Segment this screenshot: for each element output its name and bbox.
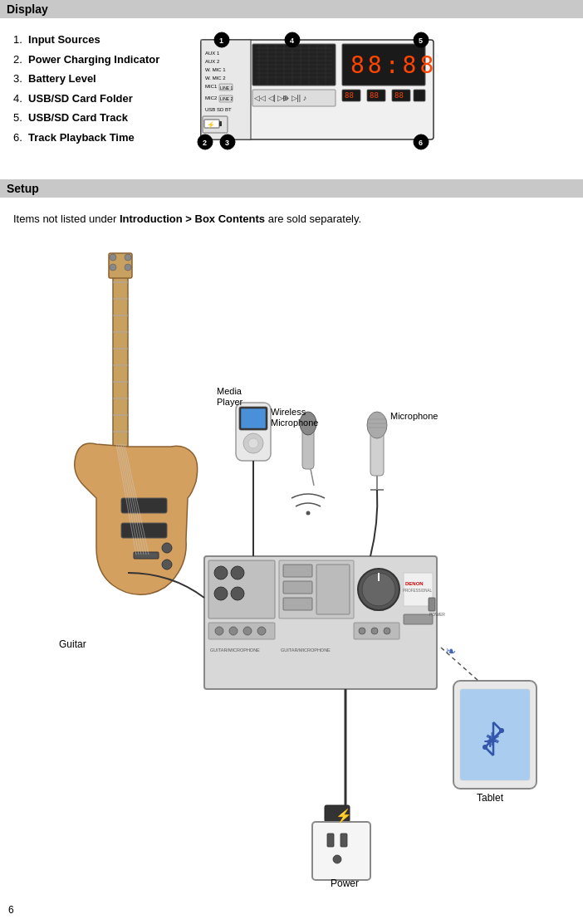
wireless-mic-label: Wireless [271,407,306,417]
display-section-header: Display [0,0,583,18]
svg-text:88:88: 88:88 [350,51,437,79]
list-item-3: 3. Battery Level [13,71,159,87]
list-item-6: 6. Track Playback Time [13,130,159,146]
svg-text:⊕ ▷|| ♪: ⊕ ▷|| ♪ [282,94,306,102]
svg-text:Player: Player [217,397,243,407]
svg-point-143 [499,728,504,733]
svg-rect-150 [340,834,347,847]
svg-point-95 [243,627,252,635]
svg-point-72 [125,254,131,261]
svg-text:88: 88 [394,91,404,100]
svg-text:USB SD BT: USB SD BT [205,107,232,112]
setup-diagram: Guitar [13,241,570,888]
page-number: 6 [8,904,14,916]
svg-rect-98 [283,565,312,577]
svg-point-94 [229,627,238,635]
svg-rect-148 [312,822,370,880]
svg-point-151 [333,855,341,863]
svg-text:W. MIC 2: W. MIC 2 [205,76,226,81]
setup-section: Items not listed under Introduction > Bo… [0,204,583,895]
svg-text:GUITAR/MICROPHONE: GUITAR/MICROPHONE [281,648,331,653]
guitar-illustration [75,253,198,594]
svg-text:AUX 2: AUX 2 [205,59,220,64]
svg-text:4: 4 [290,37,294,45]
svg-point-93 [215,627,223,635]
svg-text:GUITAR/MICROPHONE: GUITAR/MICROPHONE [210,648,260,653]
microphone-illustration [367,412,387,556]
svg-line-145 [441,648,478,681]
power-outlet-illustration: ⚡ [312,689,370,880]
power-label: Power [331,878,359,888]
display-section: 1. Input Sources 2. Power Charging Indic… [0,25,583,171]
device-diagram-svg: AUX 1 AUX 2 W. MIC 1 W. MIC 2 MIC1 LINE … [176,32,442,160]
svg-rect-46 [414,90,425,101]
list-item-1: 1. Input Sources [13,32,159,48]
media-player-illustration [236,403,271,461]
tablet-illustration: ✱ + [453,681,536,789]
svg-text:3: 3 [225,139,229,147]
list-item-2: 2. Power Charging Indicator [13,51,159,68]
list-item-5: 5. USB/SD Card Track [13,110,159,126]
svg-text:5: 5 [419,37,423,45]
svg-text:⚡: ⚡ [207,120,215,129]
svg-point-121 [248,438,258,448]
svg-point-130 [367,412,387,438]
svg-text:LINE 1: LINE 1 [220,86,233,90]
svg-text:PROFESSIONAL: PROFESSIONAL [403,589,433,593]
svg-text:88: 88 [345,91,354,100]
svg-point-85 [162,560,172,570]
svg-rect-149 [327,834,334,847]
svg-point-73 [110,264,116,271]
svg-rect-119 [241,408,266,428]
svg-rect-101 [316,565,350,614]
svg-rect-115 [429,598,435,611]
svg-point-127 [306,511,311,515]
microphone-label: Microphone [390,411,438,421]
svg-point-89 [231,566,244,579]
svg-rect-15 [219,121,222,126]
svg-text:❧: ❧ [445,644,456,658]
svg-text:Microphone: Microphone [271,418,318,428]
svg-point-111 [371,628,378,634]
svg-text:1: 1 [219,37,223,45]
main-device-illustration: DENON PROFESSIONAL GUITAR/MICROPHONE GUI… [204,556,445,689]
svg-text:88: 88 [370,91,379,100]
display-list: 1. Input Sources 2. Power Charging Indic… [13,32,159,149]
svg-rect-100 [283,598,312,610]
svg-point-91 [231,587,244,600]
guitar-label: Guitar [59,638,86,650]
media-player-label: Media [217,386,243,396]
svg-point-71 [110,254,116,261]
svg-point-90 [214,587,228,600]
svg-point-96 [257,627,266,635]
setup-diagram-svg: Guitar [13,241,570,888]
setup-intro: Items not listed under Introduction > Bo… [13,211,570,227]
svg-text:DENON: DENON [405,581,424,586]
svg-text:POWER: POWER [429,612,445,617]
svg-text:W. MIC 1: W. MIC 1 [205,67,226,72]
svg-point-110 [359,628,365,634]
svg-text:LINE 2: LINE 2 [220,96,233,101]
svg-text:AUX 1: AUX 1 [205,51,220,56]
svg-point-84 [162,543,172,553]
svg-text:MIC2: MIC2 [205,95,218,100]
svg-text:MIC1: MIC1 [205,84,218,89]
setup-section-header: Setup [0,179,583,198]
device-diagram: AUX 1 AUX 2 W. MIC 1 W. MIC 2 MIC1 LINE … [176,32,570,164]
svg-text:6: 6 [419,139,423,147]
svg-line-126 [311,469,314,486]
svg-point-112 [384,628,390,634]
svg-text:2: 2 [203,139,207,147]
svg-point-88 [214,566,228,579]
svg-rect-108 [404,614,433,624]
svg-point-74 [125,264,131,271]
list-item-4: 4. USB/SD Card Folder [13,90,159,107]
svg-text:⚡: ⚡ [336,808,352,824]
tablet-label: Tablet [477,792,504,804]
svg-rect-76 [121,523,167,538]
svg-point-142 [483,745,487,750]
svg-rect-77 [134,552,159,559]
svg-rect-59 [113,257,128,457]
svg-rect-99 [283,581,312,594]
